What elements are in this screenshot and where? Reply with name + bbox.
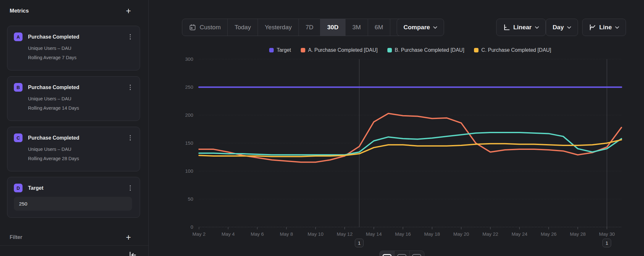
chart-gridlines (199, 59, 621, 229)
view-mode-chart-table[interactable] (394, 251, 409, 256)
svg-text:300: 300 (185, 56, 193, 62)
view-mode-table[interactable] (410, 251, 424, 256)
chart-line (199, 133, 621, 155)
svg-text:May 4: May 4 (222, 231, 235, 237)
svg-text:May 2: May 2 (193, 231, 206, 237)
table-view-icon (412, 254, 421, 256)
chart-series (199, 87, 621, 162)
svg-text:May 8: May 8 (280, 231, 293, 237)
chart-table-view-icon (397, 254, 406, 256)
svg-text:May 20: May 20 (453, 231, 469, 237)
svg-text:May 16: May 16 (395, 231, 411, 237)
svg-text:250: 250 (185, 84, 193, 90)
svg-text:May 14: May 14 (366, 231, 382, 237)
svg-text:150: 150 (185, 140, 193, 146)
annotation-badge[interactable]: 1 (355, 239, 364, 247)
svg-text:May 10: May 10 (308, 231, 323, 237)
annotation-badge[interactable]: 1 (602, 239, 611, 247)
view-mode-control (379, 251, 424, 256)
chart-view-icon (383, 254, 392, 256)
svg-text:0: 0 (191, 224, 193, 230)
svg-text:100: 100 (185, 168, 193, 174)
svg-text:May 12: May 12 (337, 231, 353, 237)
svg-text:May 30: May 30 (599, 231, 615, 237)
svg-text:May 6: May 6 (251, 231, 264, 237)
svg-text:May 18: May 18 (424, 231, 440, 237)
svg-text:May 24: May 24 (512, 231, 527, 237)
chart-axis-labels: 050100150200250300May 2May 4May 6May 8Ma… (185, 56, 615, 237)
svg-text:May 26: May 26 (541, 231, 556, 237)
svg-text:May 22: May 22 (482, 231, 498, 237)
svg-text:50: 50 (188, 196, 193, 202)
svg-text:May 28: May 28 (570, 231, 586, 237)
svg-text:200: 200 (185, 112, 193, 118)
view-mode-chart[interactable] (380, 251, 394, 256)
line-chart[interactable]: 050100150200250300May 2May 4May 6May 8Ma… (0, 0, 644, 256)
